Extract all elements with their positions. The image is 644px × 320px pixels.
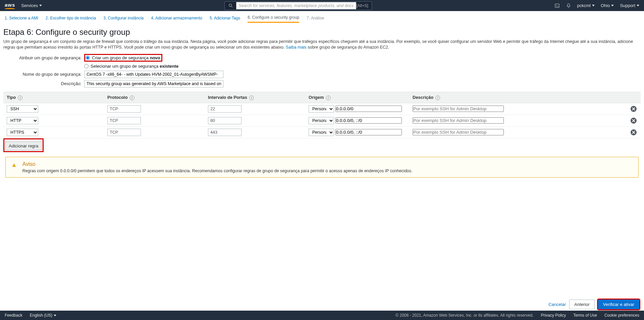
type-select[interactable]: SSH — [7, 105, 38, 113]
col-source-header: Origemi — [305, 92, 409, 103]
protocol-input — [107, 129, 141, 136]
info-icon[interactable]: i — [435, 95, 440, 100]
sg-desc-label: Descrição: — [3, 81, 84, 86]
protocol-input — [107, 105, 141, 113]
search-input[interactable] — [236, 2, 356, 9]
table-row: HTTPPersonalizado — [3, 115, 641, 126]
source-input[interactable] — [335, 117, 402, 124]
port-input — [208, 105, 241, 113]
search-shortcut: [Alt+S] — [356, 3, 368, 8]
svg-line-1 — [231, 6, 232, 7]
sg-desc-input[interactable] — [84, 80, 223, 87]
radio-select-existing[interactable] — [84, 64, 89, 68]
step-3[interactable]: 3. Configurar instância — [103, 14, 144, 22]
info-icon[interactable]: i — [249, 95, 254, 100]
page-intro: Um grupo de segurança é um conjunto de r… — [3, 39, 641, 50]
col-desc-header: Descriçãoi — [409, 92, 627, 103]
wizard-steps: 1. Selecione a AMI 2. Escolher tipo de i… — [0, 11, 644, 25]
info-icon[interactable]: i — [130, 95, 135, 100]
caret-down-icon — [611, 5, 614, 6]
caret-down-icon — [39, 5, 42, 6]
warning-triangle-icon: ▲ — [11, 162, 17, 173]
protocol-input — [107, 117, 141, 124]
assign-sg-label: Atribuir um grupo de segurança: — [3, 55, 84, 60]
step-4[interactable]: 4. Adicionar armazenamento — [151, 14, 202, 22]
account-menu[interactable]: pckcml — [577, 3, 595, 8]
rule-desc-input[interactable] — [413, 117, 504, 124]
step-6[interactable]: 6. Configure o security group — [248, 13, 299, 23]
add-rule-highlight: Adicionar regra — [3, 138, 44, 152]
region-menu[interactable]: Ohio — [601, 3, 614, 8]
rule-desc-input[interactable] — [413, 129, 504, 135]
page-title: Etapa 6: Configure o security group — [3, 27, 641, 37]
add-rule-button[interactable]: Adicionar regra — [5, 141, 42, 150]
aws-logo[interactable]: aws — [5, 2, 15, 9]
port-input — [208, 129, 241, 136]
source-type-select[interactable]: Personalizado — [309, 117, 334, 124]
main-content: Etapa 6: Configure o security group Um g… — [0, 25, 644, 178]
info-icon[interactable]: i — [326, 95, 331, 100]
svg-point-0 — [229, 4, 232, 6]
type-select[interactable]: HTTPS — [7, 129, 38, 136]
table-row: HTTPSPersonalizado — [3, 126, 641, 138]
global-search[interactable]: [Alt+S] — [224, 1, 372, 10]
learn-more-link[interactable]: Saiba mais — [286, 45, 307, 50]
top-navbar: aws Services [Alt+S] pckcml Ohio Support — [0, 0, 644, 11]
source-type-select[interactable]: Personalizado — [309, 129, 334, 136]
step-2[interactable]: 2. Escolher tipo de instância — [46, 14, 96, 22]
sg-name-input[interactable] — [84, 71, 223, 78]
support-menu[interactable]: Support — [620, 3, 639, 8]
cloudshell-icon[interactable] — [554, 3, 560, 8]
sg-name-label: Nome do grupo de segurança: — [3, 72, 84, 77]
info-icon[interactable]: i — [18, 95, 22, 100]
table-row: SSHPersonalizado — [3, 103, 641, 115]
services-label: Services — [21, 3, 38, 8]
port-input — [208, 117, 241, 124]
step-7: 7. Análise — [307, 14, 324, 22]
radio-new-highlight: Criar um grupo de segurança novo — [84, 54, 162, 62]
source-input[interactable] — [335, 129, 402, 135]
warning-box: ▲ Aviso Regras com origem 0.0.0.0/0 perm… — [5, 157, 639, 178]
col-protocol-header: Protocoloi — [104, 92, 205, 103]
remove-rule-button[interactable] — [631, 106, 637, 112]
caret-down-icon — [637, 5, 639, 6]
warning-text: Regras com origem 0.0.0.0/0 permitem que… — [22, 169, 413, 173]
notifications-icon[interactable] — [566, 3, 571, 8]
source-type-select[interactable]: Personalizado — [309, 105, 334, 113]
step-1[interactable]: 1. Selecione a AMI — [5, 14, 38, 22]
caret-down-icon — [592, 5, 595, 6]
rules-table: Tipoi Protocoloi Intervalo de Portasi Or… — [3, 92, 641, 138]
svg-rect-2 — [555, 4, 559, 7]
col-port-header: Intervalo de Portasi — [205, 92, 305, 103]
source-input[interactable] — [335, 106, 402, 112]
services-menu[interactable]: Services — [21, 3, 42, 8]
type-select[interactable]: HTTP — [7, 117, 38, 124]
step-5[interactable]: 5. Adicionar Tags — [210, 14, 240, 22]
remove-rule-button[interactable] — [631, 129, 637, 135]
search-icon — [228, 3, 233, 8]
radio-create-new-label[interactable]: Criar um grupo de segurança novo — [92, 55, 160, 60]
remove-rule-button[interactable] — [631, 118, 637, 124]
warning-title: Aviso — [22, 161, 413, 167]
rule-desc-input[interactable] — [413, 106, 504, 112]
radio-select-existing-label[interactable]: Selecionar um grupo de segurança existen… — [91, 64, 178, 69]
radio-create-new[interactable] — [86, 56, 90, 60]
col-type-header: Tipoi — [3, 92, 104, 103]
